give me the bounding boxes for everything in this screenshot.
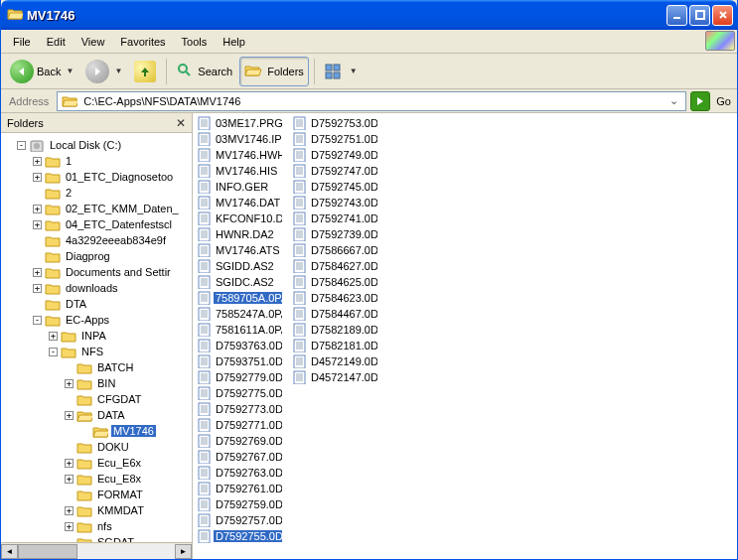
- file-item[interactable]: D7592763.0DA: [197, 465, 282, 481]
- scroll-right-button[interactable]: ►: [175, 544, 192, 559]
- file-item[interactable]: D7592747.0DA: [292, 163, 377, 179]
- file-item[interactable]: D7582181.0DA: [292, 338, 377, 353]
- close-button[interactable]: [712, 5, 733, 26]
- menu-edit[interactable]: Edit: [39, 33, 74, 51]
- file-item[interactable]: INFO.GER: [197, 179, 282, 195]
- file-item[interactable]: D7584627.0DA: [292, 258, 377, 274]
- tree-item[interactable]: +DATA: [1, 407, 192, 423]
- minimize-button[interactable]: [666, 5, 687, 26]
- back-button[interactable]: Back ▼: [5, 57, 78, 86]
- file-item[interactable]: 7581611A.0PA: [197, 322, 282, 338]
- file-item[interactable]: HWNR.DA2: [197, 226, 282, 242]
- file-listing[interactable]: 03ME17.PRG03MV1746.IPOMV1746.HWHMV1746.H…: [193, 113, 737, 559]
- tree-item[interactable]: DOKU: [1, 439, 192, 455]
- address-input[interactable]: [81, 94, 662, 108]
- address-field[interactable]: ⌄: [57, 91, 686, 111]
- file-item[interactable]: D4572149.0DA: [292, 353, 377, 369]
- tree-item[interactable]: BATCH: [1, 359, 192, 375]
- menu-tools[interactable]: Tools: [174, 33, 216, 51]
- scroll-left-button[interactable]: ◄: [1, 544, 18, 559]
- expand-icon[interactable]: +: [33, 173, 42, 182]
- file-item[interactable]: D7592757.0DA: [197, 512, 282, 528]
- file-item[interactable]: 7585247A.0PA: [197, 306, 282, 322]
- expand-icon[interactable]: +: [65, 411, 74, 420]
- file-item[interactable]: D7592769.0DA: [197, 433, 282, 449]
- file-item[interactable]: D7592751.0DA: [292, 131, 377, 147]
- forward-button[interactable]: ▼: [80, 57, 127, 86]
- file-item[interactable]: D7592741.0DA: [292, 210, 377, 226]
- tree-item[interactable]: +nfs: [1, 518, 192, 534]
- collapse-icon[interactable]: -: [33, 316, 42, 325]
- titlebar[interactable]: MV1746: [1, 0, 737, 30]
- menu-favorites[interactable]: Favorites: [112, 33, 173, 51]
- file-item[interactable]: 7589705A.0PA: [197, 290, 282, 306]
- expand-icon[interactable]: +: [65, 475, 74, 484]
- tree-item[interactable]: Diagprog: [1, 248, 192, 264]
- tree-item[interactable]: SGDAT: [1, 534, 192, 542]
- file-item[interactable]: SGIDD.AS2: [197, 258, 282, 274]
- expand-icon[interactable]: +: [33, 220, 42, 229]
- file-item[interactable]: D7586667.0DA: [292, 242, 377, 258]
- tree-item[interactable]: +INPA: [1, 328, 192, 344]
- expand-icon[interactable]: +: [33, 268, 42, 277]
- file-item[interactable]: SGIDC.AS2: [197, 274, 282, 290]
- file-item[interactable]: D7592779.0DA: [197, 369, 282, 385]
- tree-item[interactable]: CFGDAT: [1, 391, 192, 407]
- expand-icon[interactable]: +: [33, 157, 42, 166]
- tree-item[interactable]: -NFS: [1, 344, 192, 359]
- file-item[interactable]: D7592739.0DA: [292, 226, 377, 242]
- collapse-icon[interactable]: -: [49, 348, 58, 356]
- expand-icon[interactable]: +: [33, 205, 42, 213]
- maximize-button[interactable]: [689, 5, 710, 26]
- file-item[interactable]: D7584623.0DA: [292, 290, 377, 306]
- file-item[interactable]: MV1746.DAT: [197, 195, 282, 210]
- tree-item[interactable]: MV1746: [1, 423, 192, 439]
- tree-item[interactable]: FORMAT: [1, 487, 192, 502]
- chevron-down-icon[interactable]: ⌄: [665, 94, 681, 107]
- tree-item[interactable]: +Ecu_E8x: [1, 471, 192, 487]
- file-item[interactable]: D7592771.0DA: [197, 417, 282, 433]
- tree-item[interactable]: +02_ETC_KMM_Daten_: [1, 201, 192, 216]
- file-item[interactable]: D7592745.0DA: [292, 179, 377, 195]
- menu-view[interactable]: View: [74, 33, 113, 51]
- tree-item[interactable]: +BIN: [1, 375, 192, 391]
- file-item[interactable]: D7592775.0DA: [197, 385, 282, 401]
- file-item[interactable]: D7592753.0DA: [292, 115, 377, 131]
- expand-icon[interactable]: +: [65, 506, 74, 515]
- scroll-thumb[interactable]: [18, 544, 77, 559]
- expand-icon[interactable]: +: [65, 379, 74, 388]
- file-item[interactable]: D7584467.0DA: [292, 306, 377, 322]
- tree-item[interactable]: +Documents and Settir: [1, 264, 192, 280]
- folders-button[interactable]: Folders: [239, 57, 309, 86]
- tree-item[interactable]: +04_ETC_Datenfestscl: [1, 216, 192, 232]
- collapse-icon[interactable]: -: [17, 141, 26, 150]
- go-button[interactable]: [690, 91, 710, 111]
- scroll-track[interactable]: [18, 544, 175, 559]
- folder-tree[interactable]: -Local Disk (C:)+1+01_ETC_Diagnosetoo2+0…: [1, 133, 192, 542]
- file-item[interactable]: D7593763.0DA: [197, 338, 282, 353]
- tree-item[interactable]: +01_ETC_Diagnosetoo: [1, 169, 192, 185]
- file-item[interactable]: 03ME17.PRG: [197, 115, 282, 131]
- chevron-down-icon[interactable]: ▼: [66, 67, 74, 75]
- chevron-down-icon[interactable]: ▼: [350, 67, 358, 75]
- tree-item[interactable]: +KMMDAT: [1, 502, 192, 518]
- file-item[interactable]: KFCONF10.DA2: [197, 210, 282, 226]
- file-item[interactable]: D7592759.0DA: [197, 496, 282, 512]
- file-item[interactable]: D7592761.0DA: [197, 481, 282, 496]
- file-item[interactable]: D7592755.0DA: [197, 528, 282, 544]
- file-item[interactable]: D7582189.0DA: [292, 322, 377, 338]
- tree-item[interactable]: +downloads: [1, 280, 192, 296]
- expand-icon[interactable]: +: [33, 284, 42, 293]
- menu-file[interactable]: File: [5, 33, 39, 51]
- tree-item[interactable]: 4a3292eeeab834e9f: [1, 232, 192, 248]
- tree-item[interactable]: DTA: [1, 296, 192, 312]
- file-item[interactable]: D7592773.0DA: [197, 401, 282, 417]
- horizontal-scrollbar[interactable]: ◄ ►: [1, 542, 192, 559]
- close-icon[interactable]: ✕: [176, 116, 186, 130]
- file-item[interactable]: D4572147.0DA: [292, 369, 377, 385]
- expand-icon[interactable]: +: [65, 522, 74, 531]
- expand-icon[interactable]: +: [65, 459, 74, 468]
- expand-icon[interactable]: +: [49, 332, 58, 341]
- file-item[interactable]: D7592743.0DA: [292, 195, 377, 210]
- tree-item[interactable]: 2: [1, 185, 192, 201]
